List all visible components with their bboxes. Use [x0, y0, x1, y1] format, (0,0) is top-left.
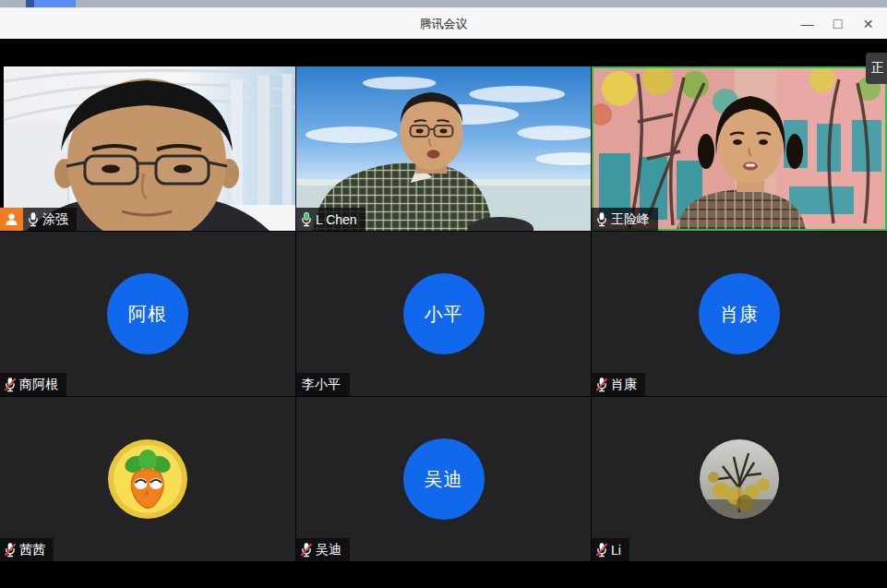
background-tab-dark — [26, 0, 34, 7]
window-controls: — □ ✕ — [792, 8, 883, 40]
participant-name: 肖康 — [611, 377, 637, 393]
participant-name: 茜茜 — [19, 542, 45, 558]
nameplate-row: L Chen — [296, 208, 366, 231]
participant-video — [0, 66, 295, 231]
close-button[interactable]: ✕ — [853, 8, 883, 40]
nameplate: Li — [592, 538, 629, 561]
nameplate: 茜茜 — [0, 538, 54, 561]
avatar-initials: 吴迪 — [403, 438, 485, 520]
nameplate-row: 李小平 — [296, 373, 350, 396]
carrot-avatar-icon — [107, 438, 188, 520]
participant-video — [296, 66, 591, 231]
nameplate: 涂强 — [23, 208, 77, 231]
participant-name: L Chen — [316, 212, 357, 227]
nameplate: 李小平 — [296, 373, 350, 396]
nameplate-row: 肖康 — [592, 373, 645, 396]
participant-grid: 涂强 — [0, 66, 887, 561]
participant-tile-wudi[interactable]: 吴迪 吴迪 — [296, 397, 591, 561]
avatar-image-tree — [699, 438, 780, 520]
nameplate: 王险峰 — [592, 208, 658, 231]
avatar-initials: 阿根 — [107, 273, 188, 354]
nameplate-row: 王险峰 — [592, 208, 658, 231]
mic-on-icon — [595, 211, 608, 227]
nameplate: 肖康 — [592, 373, 645, 396]
nameplate-row: Li — [592, 538, 629, 561]
participant-name: 李小平 — [302, 377, 341, 393]
host-person-icon — [4, 211, 19, 227]
avatar-image-carrot — [107, 438, 188, 520]
participant-tile-li[interactable]: Li — [592, 397, 887, 561]
avatar-initials: 肖康 — [699, 273, 780, 354]
nameplate-row: 商阿根 — [0, 373, 66, 396]
side-panel-partial-text: 正 — [871, 60, 884, 77]
participant-tile-tuqiang[interactable]: 涂强 — [0, 66, 295, 231]
participant-name: 吴迪 — [316, 542, 342, 558]
mic-muted-icon — [4, 542, 17, 558]
participant-name: 商阿根 — [19, 377, 58, 393]
nameplate-row: 吴迪 — [296, 538, 350, 561]
participant-tile-lchen[interactable]: L Chen — [296, 66, 591, 231]
participant-name: Li — [611, 543, 621, 558]
participant-tile-wangxianfeng[interactable]: 王险峰 — [592, 66, 887, 231]
participant-name: 王险峰 — [611, 211, 650, 228]
mic-on-icon — [27, 211, 40, 227]
title-bar: 腾讯会议 — □ ✕ — [0, 7, 887, 39]
host-badge — [0, 208, 23, 231]
mic-muted-icon — [300, 542, 313, 558]
window-title: 腾讯会议 — [420, 16, 468, 32]
avatar-initials: 小平 — [403, 273, 485, 354]
nameplate-row: 涂强 — [0, 208, 77, 231]
participant-tile-qianqian[interactable]: 茜茜 — [0, 397, 295, 561]
side-panel-handle[interactable]: 正 — [866, 53, 887, 84]
participant-tile-lixiaoping[interactable]: 小平 李小平 — [296, 232, 591, 396]
participant-video — [592, 66, 887, 231]
participant-tile-shangagen[interactable]: 阿根 商阿根 — [0, 232, 295, 396]
background-tab — [34, 0, 76, 7]
meeting-window: 腾讯会议 — □ ✕ 正 — [0, 0, 887, 588]
tree-avatar-icon — [699, 438, 780, 520]
nameplate-row: 茜茜 — [0, 538, 54, 561]
participant-name: 涂强 — [42, 211, 68, 228]
minimize-button[interactable]: — — [792, 8, 822, 40]
nameplate: 商阿根 — [0, 373, 66, 396]
nameplate: 吴迪 — [296, 538, 350, 561]
mic-speaking-icon — [300, 211, 313, 227]
mic-muted-icon — [595, 542, 608, 558]
mic-muted-icon — [595, 377, 608, 392]
participant-tile-xiaokang[interactable]: 肖康 肖康 — [592, 232, 887, 396]
mic-muted-icon — [4, 377, 17, 392]
nameplate: L Chen — [296, 208, 366, 231]
background-window-strip — [0, 0, 887, 7]
maximize-button[interactable]: □ — [822, 8, 853, 40]
